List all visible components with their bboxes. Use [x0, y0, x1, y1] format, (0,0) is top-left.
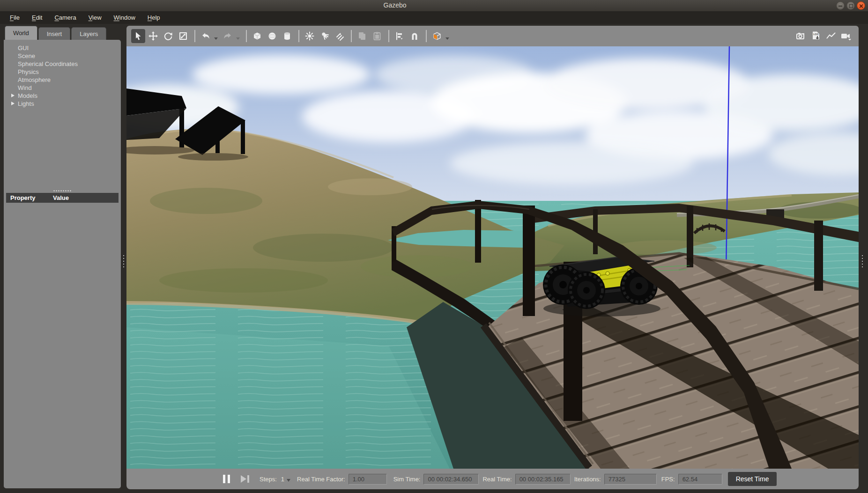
maximize-icon[interactable]	[846, 1, 855, 10]
redo-button[interactable]	[221, 29, 235, 43]
toolbar-separator	[246, 30, 247, 42]
splitter-grip-icon	[861, 254, 863, 269]
spot-light-button[interactable]	[318, 29, 332, 43]
tab-insert[interactable]: Insert	[38, 27, 71, 40]
menu-file[interactable]: File	[6, 12, 24, 23]
scale-tool-button[interactable]	[176, 29, 190, 43]
toolbar-separator	[298, 30, 299, 42]
plot-button[interactable]	[824, 29, 838, 43]
toolbar-separator	[194, 30, 195, 42]
horizontal-splitter-grip[interactable]	[53, 190, 72, 192]
property-table-body	[4, 203, 121, 488]
undo-history-dropdown[interactable]	[214, 37, 218, 40]
fps-field: 62.54	[678, 474, 722, 485]
tree-item-spherical[interactable]: Spherical Coordinates	[4, 60, 121, 68]
paste-button[interactable]	[370, 29, 384, 43]
step-button[interactable]	[241, 475, 249, 483]
window-title: Gazebo	[384, 1, 407, 9]
select-tool-button[interactable]	[131, 29, 145, 43]
point-light-button[interactable]	[303, 29, 317, 43]
menubar: File Edit Camera View Window Help	[0, 11, 868, 24]
render-toolbar: LOG	[126, 26, 859, 46]
iterations-label: Iterations:	[574, 476, 601, 483]
video-record-button[interactable]	[839, 29, 853, 43]
expand-arrow-icon[interactable]	[11, 102, 15, 105]
svg-text:LOG: LOG	[813, 33, 818, 36]
directional-light-button[interactable]	[333, 29, 347, 43]
view-angle-dropdown[interactable]	[445, 37, 449, 40]
render-viewport-3d[interactable]	[126, 46, 859, 469]
steps-value: 1	[281, 476, 284, 483]
minimize-icon[interactable]	[836, 1, 845, 10]
window-controls	[836, 1, 865, 10]
steps-label: Steps:	[260, 476, 277, 483]
toolbar-separator	[351, 30, 352, 42]
property-column-header: Property	[6, 194, 53, 201]
menu-help[interactable]: Help	[143, 12, 164, 23]
panel-splitter[interactable]	[121, 26, 126, 488]
titlebar: Gazebo	[0, 0, 868, 11]
simulation-statusbar: Steps: 1 Real Time Factor: 1.00 Sim Time…	[126, 469, 859, 489]
reset-time-button[interactable]: Reset Time	[728, 472, 777, 486]
screenshot-button[interactable]	[794, 29, 808, 43]
rotate-tool-button[interactable]	[161, 29, 175, 43]
tree-item-models[interactable]: Models	[4, 92, 121, 100]
tree-item-lights[interactable]: Lights	[4, 100, 121, 108]
copy-button[interactable]	[355, 29, 369, 43]
real-time-field: 00 00:02:35.165	[515, 474, 571, 485]
scene-canvas	[126, 46, 859, 469]
tree-item-gui[interactable]: GUI	[4, 44, 121, 52]
tree-item-wind[interactable]: Wind	[4, 84, 121, 92]
expand-arrow-icon[interactable]	[11, 94, 15, 97]
rtf-field: 1.00	[349, 474, 387, 485]
toolbar-separator	[426, 30, 427, 42]
tab-world[interactable]: World	[5, 26, 37, 40]
main-area: World Insert Layers GUI Scene Spherical …	[0, 24, 868, 493]
menu-camera[interactable]: Camera	[50, 12, 80, 23]
real-time-label: Real Time:	[482, 476, 512, 483]
insert-sphere-button[interactable]	[265, 29, 279, 43]
align-button[interactable]	[393, 29, 407, 43]
pause-button[interactable]	[223, 475, 230, 483]
tree-item-scene[interactable]: Scene	[4, 52, 121, 60]
property-table-header: Property Value	[6, 193, 119, 203]
left-panel: World Insert Layers GUI Scene Spherical …	[4, 26, 121, 488]
panel-tabs: World Insert Layers	[4, 26, 121, 40]
snap-button[interactable]	[408, 29, 422, 43]
toolbar-separator	[388, 30, 389, 42]
tree-item-atmosphere[interactable]: Atmosphere	[4, 76, 121, 84]
world-tree: GUI Scene Spherical Coordinates Physics …	[4, 40, 121, 189]
view-angle-button[interactable]	[430, 29, 444, 43]
value-column-header: Value	[53, 194, 119, 201]
insert-cylinder-button[interactable]	[280, 29, 294, 43]
menu-edit[interactable]: Edit	[28, 12, 46, 23]
rtf-label: Real Time Factor:	[297, 476, 345, 483]
tree-item-physics[interactable]: Physics	[4, 68, 121, 76]
menu-view[interactable]: View	[84, 12, 106, 23]
splitter-grip-icon	[123, 254, 125, 269]
iterations-field: 77325	[604, 474, 657, 485]
tab-layers[interactable]: Layers	[71, 27, 106, 40]
gazebo-window: Gazebo File Edit Camera View Window Help…	[0, 0, 868, 493]
world-panel: GUI Scene Spherical Coordinates Physics …	[4, 40, 121, 488]
translate-tool-button[interactable]	[146, 29, 160, 43]
menu-window[interactable]: Window	[110, 12, 140, 23]
sim-time-label: Sim Time:	[393, 476, 421, 483]
insert-box-button[interactable]	[250, 29, 264, 43]
render-panel: LOG	[126, 26, 859, 489]
steps-spinner-icon[interactable]	[287, 479, 290, 482]
fps-label: FPS:	[661, 476, 675, 483]
log-record-button[interactable]: LOG	[809, 29, 823, 43]
undo-button[interactable]	[199, 29, 213, 43]
right-edge-splitter[interactable]	[859, 26, 868, 488]
sim-time-field: 00 00:02:34.650	[423, 474, 479, 485]
close-icon[interactable]	[857, 1, 865, 10]
redo-history-dropdown[interactable]	[236, 37, 240, 40]
